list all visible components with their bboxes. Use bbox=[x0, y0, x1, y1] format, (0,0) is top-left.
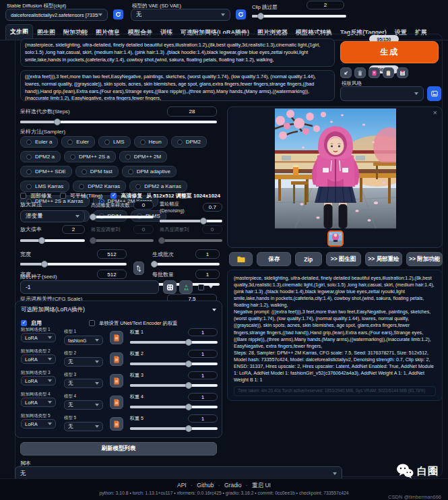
lora-weight-slider[interactable] bbox=[130, 363, 218, 365]
random-seed-button[interactable] bbox=[163, 280, 177, 294]
hires-steps-slider[interactable] bbox=[91, 216, 154, 218]
lora-type-dropdown[interactable]: LoRA bbox=[21, 354, 56, 364]
sampler-option[interactable]: DPM2 Karras bbox=[73, 181, 126, 192]
vae-dropdown[interactable]: 无 bbox=[131, 9, 230, 21]
denoising-value[interactable]: 0.7 bbox=[203, 203, 222, 212]
api-link[interactable]: API bbox=[177, 482, 187, 489]
lora-model-info-button[interactable] bbox=[110, 352, 123, 366]
lora-weight-value[interactable]: 1 bbox=[188, 414, 218, 423]
sampler-option[interactable]: DPM++ 2S a bbox=[64, 151, 116, 162]
lora-separate-weights-checkbox[interactable] bbox=[89, 320, 95, 326]
tiling-checkbox[interactable] bbox=[60, 193, 66, 199]
open-folder-button[interactable] bbox=[229, 252, 253, 266]
width-value[interactable]: 512 bbox=[97, 249, 127, 259]
send-to-inpaint-button[interactable]: >> 局部重绘 bbox=[365, 252, 403, 266]
styles-dropdown[interactable] bbox=[340, 86, 424, 101]
send-to-extras-button[interactable]: >> 附加功能 bbox=[406, 252, 443, 266]
sampler-option[interactable]: DPM++ 2M bbox=[119, 151, 167, 162]
lora-model-dropdown[interactable]: 无 bbox=[64, 400, 103, 410]
reuse-seed-button[interactable] bbox=[179, 280, 193, 294]
refresh-styles-button[interactable] bbox=[427, 86, 441, 101]
sampler-option[interactable]: Heun bbox=[134, 136, 168, 148]
width-slider[interactable] bbox=[20, 263, 127, 265]
lora-model-info-button[interactable] bbox=[110, 374, 123, 387]
collapse-caret-icon[interactable] bbox=[212, 309, 216, 311]
upscaler-dropdown[interactable]: 潜变量 bbox=[20, 210, 85, 222]
lora-type-dropdown[interactable]: LoRA bbox=[21, 419, 56, 429]
ckpt-refresh-button[interactable] bbox=[113, 9, 123, 20]
save-style-button[interactable] bbox=[397, 67, 408, 78]
sampler-option[interactable]: DPM2 bbox=[171, 136, 207, 148]
lora-model-dropdown[interactable]: fashionG bbox=[64, 336, 103, 345]
batch-size-value[interactable]: 1 bbox=[195, 270, 220, 279]
denoising-slider[interactable] bbox=[160, 220, 222, 222]
lora-weight-slider[interactable] bbox=[130, 384, 218, 387]
sampler-option[interactable]: LMS Karras bbox=[20, 181, 69, 192]
extra-seed-checkbox[interactable] bbox=[198, 284, 204, 290]
lora-weight-value[interactable]: 1 bbox=[188, 328, 218, 336]
steps-slider[interactable] bbox=[20, 121, 217, 123]
steps-value[interactable]: 28 bbox=[167, 106, 217, 117]
extra-networks-button[interactable] bbox=[369, 67, 380, 78]
clip-skip-value[interactable]: 2 bbox=[307, 1, 344, 9]
close-icon[interactable]: × bbox=[433, 108, 437, 117]
lora-model-info-button[interactable] bbox=[110, 417, 123, 431]
lora-weight-value[interactable]: 1 bbox=[188, 350, 218, 358]
sampler-option[interactable]: DPM adaptive bbox=[122, 166, 177, 177]
lora-model-dropdown[interactable]: 无 bbox=[64, 422, 103, 431]
lora-model-info-button[interactable] bbox=[110, 331, 123, 344]
lora-weight-value[interactable]: 1 bbox=[188, 393, 218, 401]
lora-model-info-button[interactable] bbox=[110, 396, 123, 409]
sampler-option[interactable]: Euler a bbox=[20, 136, 58, 148]
lora-weight-slider[interactable] bbox=[130, 427, 218, 430]
face-restore-checkbox[interactable] bbox=[20, 193, 26, 199]
save-button[interactable]: 保存 bbox=[257, 252, 290, 266]
hires-row-2: 放大倍率 2 将宽度调整到 0 将高度调整到 0 bbox=[20, 225, 220, 242]
sampler-option[interactable]: DPM++ SDE bbox=[20, 166, 72, 177]
batch-count-value[interactable]: 1 bbox=[195, 249, 220, 259]
seed-input[interactable]: -1 bbox=[20, 280, 159, 294]
lora-type-dropdown[interactable]: LoRA bbox=[21, 376, 56, 385]
upscale-by-label: 放大倍率 bbox=[20, 226, 42, 233]
refresh-models-button[interactable]: 刷新模型列表 bbox=[20, 442, 217, 456]
brand-text: 白圈 bbox=[417, 465, 439, 478]
height-value[interactable]: 512 bbox=[97, 270, 127, 279]
negative-prompt-input[interactable]: (((extra feet))),3 feet,more than two fe… bbox=[20, 70, 335, 101]
generated-image[interactable] bbox=[275, 108, 396, 228]
zip-button[interactable]: Zip bbox=[295, 252, 322, 266]
upscale-by-slider[interactable] bbox=[20, 239, 85, 242]
lora-type-dropdown[interactable]: LoRA bbox=[21, 333, 56, 342]
apply-style-button[interactable] bbox=[383, 67, 394, 78]
github-link[interactable]: Github bbox=[197, 482, 214, 489]
read-params-button[interactable] bbox=[340, 67, 352, 78]
swap-dimensions-button[interactable] bbox=[133, 261, 144, 275]
gradio-link[interactable]: Gradio bbox=[224, 482, 242, 489]
prompt-input[interactable]: (masterpiece, sidelighting, ultra-detail… bbox=[20, 38, 335, 67]
upscale-by-value[interactable]: 2 bbox=[62, 225, 85, 234]
ckpt-dropdown[interactable]: dalceforealistictailyv2.safetensors [733… bbox=[5, 9, 108, 21]
hires-steps-value[interactable]: 0 bbox=[133, 201, 154, 210]
lora-model-dropdown[interactable]: 无 bbox=[64, 379, 103, 388]
lora-enable-checkbox[interactable] bbox=[21, 320, 27, 326]
generate-button[interactable]: 生成 bbox=[340, 41, 439, 63]
sampler-option[interactable]: DPM2 a bbox=[20, 151, 61, 162]
lora-weight-value[interactable]: 1 bbox=[188, 371, 218, 379]
vae-refresh-button[interactable] bbox=[236, 9, 246, 20]
send-to-img2img-button[interactable]: >> 图生图 bbox=[326, 252, 361, 266]
lora-weight-slider[interactable] bbox=[130, 406, 218, 408]
lora-model-dropdown[interactable]: 无 bbox=[64, 357, 103, 367]
clip-skip-slider[interactable] bbox=[252, 15, 346, 18]
sampler-option[interactable]: DPM2 a Karras bbox=[129, 181, 187, 192]
reload-ui-link[interactable]: 重启 UI bbox=[252, 482, 271, 489]
hires-fix-checkbox[interactable] bbox=[110, 193, 117, 199]
lora-weight-slider[interactable] bbox=[130, 341, 218, 344]
batch-count-slider[interactable] bbox=[152, 263, 220, 265]
gallery-thumbnail[interactable] bbox=[327, 230, 344, 247]
sampler-option[interactable]: DPM fast bbox=[75, 166, 119, 177]
clear-prompt-button[interactable] bbox=[354, 67, 366, 78]
lora-type-dropdown[interactable]: LoRA bbox=[21, 398, 56, 407]
sampler-option[interactable]: LMS bbox=[98, 136, 130, 148]
recycle-icon bbox=[183, 284, 190, 291]
sampler-option[interactable]: Euler bbox=[61, 136, 95, 148]
seed-extra-caret-icon[interactable] bbox=[209, 286, 213, 288]
